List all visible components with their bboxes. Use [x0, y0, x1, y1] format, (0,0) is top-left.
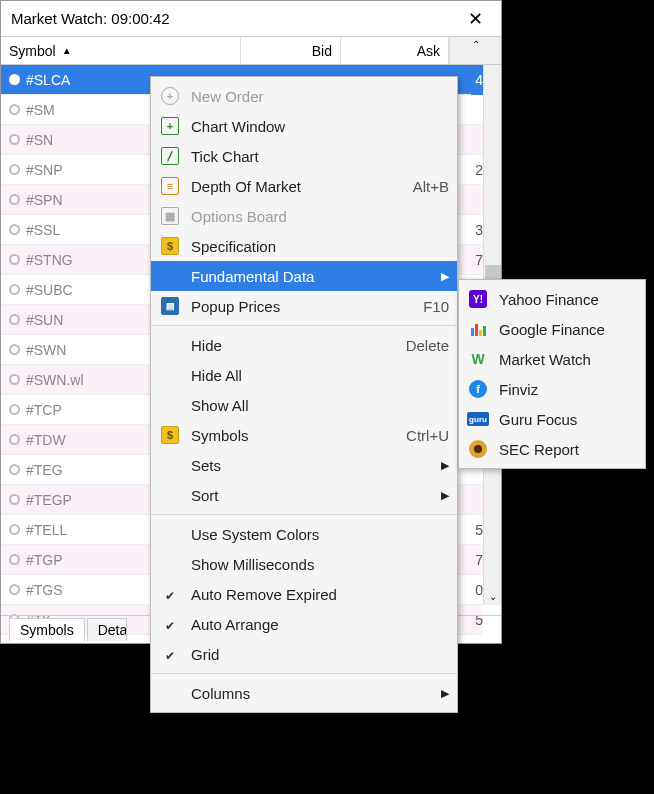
menu-depth-of-market[interactable]: ≡ Depth Of Market Alt+B — [151, 171, 457, 201]
status-dot-icon — [9, 464, 20, 475]
menu-hide[interactable]: Hide Delete — [151, 330, 457, 360]
tab-details[interactable]: Details — [87, 618, 127, 641]
tab-symbols[interactable]: Symbols — [9, 618, 85, 641]
yahoo-icon: Y! — [469, 290, 487, 308]
status-dot-icon — [9, 194, 20, 205]
menu-options-board[interactable]: ▦ Options Board — [151, 201, 457, 231]
menu-sets[interactable]: Sets ▶ — [151, 450, 457, 480]
popup-icon: ▤ — [161, 297, 179, 315]
chart-icon: + — [161, 117, 179, 135]
sort-asc-icon: ▲ — [62, 45, 72, 56]
menu-grid[interactable]: Grid — [151, 639, 457, 669]
guru-icon: guru — [467, 412, 489, 426]
submenu-finviz[interactable]: f Finviz — [459, 374, 645, 404]
menu-columns[interactable]: Columns ▶ — [151, 678, 457, 708]
menu-separator — [151, 514, 457, 515]
scroll-up-button[interactable]: ⌃ — [449, 37, 501, 64]
menu-label: Sets — [191, 457, 435, 474]
chevron-down-icon: ⌄ — [489, 591, 497, 602]
symbol-label: #TELL — [26, 522, 67, 538]
sec-icon — [469, 440, 487, 458]
submenu-yahoo[interactable]: Y! Yahoo Finance — [459, 284, 645, 314]
check-icon — [165, 616, 175, 633]
menu-label: Grid — [191, 646, 449, 663]
menu-separator — [151, 325, 457, 326]
status-dot-icon — [9, 494, 20, 505]
column-ask-label: Ask — [417, 43, 440, 59]
symbol-label: #SNP — [26, 162, 63, 178]
submenu-google[interactable]: Google Finance — [459, 314, 645, 344]
column-bid[interactable]: Bid — [241, 37, 341, 64]
menu-label: Specification — [191, 238, 449, 255]
status-dot-icon — [9, 104, 20, 115]
symbol-label: #TGS — [26, 582, 63, 598]
titlebar: Market Watch: 09:00:42 ✕ — [1, 1, 501, 37]
ask-cell-partial: 3 — [471, 215, 483, 245]
window-title: Market Watch: 09:00:42 — [11, 10, 170, 27]
chevron-up-icon: ⌃ — [472, 39, 480, 50]
symbol-label: #TDW — [26, 432, 66, 448]
menu-sort[interactable]: Sort ▶ — [151, 480, 457, 510]
column-symbol[interactable]: Symbol ▲ — [1, 37, 241, 64]
submenu-arrow-icon: ▶ — [441, 459, 449, 472]
symbols-icon: $ — [161, 426, 179, 444]
submenu-label: Finviz — [499, 381, 538, 398]
menu-use-system-colors[interactable]: Use System Colors — [151, 519, 457, 549]
menu-auto-arrange[interactable]: Auto Arrange — [151, 609, 457, 639]
menu-auto-remove-expired[interactable]: Auto Remove Expired — [151, 579, 457, 609]
status-dot-icon — [9, 434, 20, 445]
symbol-label: #TCP — [26, 402, 62, 418]
column-ask[interactable]: Ask — [341, 37, 449, 64]
menu-label: Hide All — [191, 367, 449, 384]
column-bid-label: Bid — [312, 43, 332, 59]
menu-label: Use System Colors — [191, 526, 449, 543]
menu-show-all[interactable]: Show All — [151, 390, 457, 420]
status-dot-icon — [9, 314, 20, 325]
ask-cell-partial: 2 — [471, 155, 483, 185]
status-dot-icon — [9, 134, 20, 145]
symbol-label: #SWN.wl — [26, 372, 84, 388]
menu-label: Show Milliseconds — [191, 556, 449, 573]
menu-label: Fundamental Data — [191, 268, 435, 285]
menu-tick-chart[interactable]: 〳 Tick Chart — [151, 141, 457, 171]
status-dot-icon — [9, 74, 20, 85]
menu-label: Chart Window — [191, 118, 449, 135]
new-order-icon: + — [161, 87, 179, 105]
symbol-label: #TGP — [26, 552, 63, 568]
menu-hide-all[interactable]: Hide All — [151, 360, 457, 390]
symbol-label: #SN — [26, 132, 53, 148]
menu-specification[interactable]: $ Specification — [151, 231, 457, 261]
submenu-arrow-icon: ▶ — [441, 270, 449, 283]
options-icon: ▦ — [161, 207, 179, 225]
menu-fundamental-data[interactable]: Fundamental Data ▶ — [151, 261, 457, 291]
column-headers: Symbol ▲ Bid Ask ⌃ — [1, 37, 501, 65]
status-dot-icon — [9, 224, 20, 235]
context-menu: + New Order + Chart Window 〳 Tick Chart … — [150, 76, 458, 713]
status-dot-icon — [9, 524, 20, 535]
menu-show-milliseconds[interactable]: Show Milliseconds — [151, 549, 457, 579]
tick-chart-icon: 〳 — [161, 147, 179, 165]
submenu-guru[interactable]: guru Guru Focus — [459, 404, 645, 434]
menu-label: New Order — [191, 88, 449, 105]
menu-symbols[interactable]: $ Symbols Ctrl+U — [151, 420, 457, 450]
menu-label: Columns — [191, 685, 435, 702]
finviz-icon: f — [469, 380, 487, 398]
menu-label: Sort — [191, 487, 435, 504]
submenu-market-watch[interactable]: W Market Watch — [459, 344, 645, 374]
close-icon[interactable]: ✕ — [460, 4, 491, 34]
submenu-sec[interactable]: SEC Report — [459, 434, 645, 464]
symbol-label: #SSL — [26, 222, 60, 238]
ask-cell-partial: 0 — [471, 575, 483, 605]
spec-icon: $ — [161, 237, 179, 255]
submenu-label: Guru Focus — [499, 411, 577, 428]
menu-separator — [151, 673, 457, 674]
symbol-label: #SM — [26, 102, 55, 118]
menu-new-order[interactable]: + New Order — [151, 81, 457, 111]
menu-label: Depth Of Market — [191, 178, 403, 195]
menu-chart-window[interactable]: + Chart Window — [151, 111, 457, 141]
menu-popup-prices[interactable]: ▤ Popup Prices F10 — [151, 291, 457, 321]
menu-label: Symbols — [191, 427, 396, 444]
menu-label: Tick Chart — [191, 148, 449, 165]
menu-shortcut: F10 — [423, 298, 449, 315]
scroll-down-button[interactable]: ⌄ — [484, 587, 501, 605]
